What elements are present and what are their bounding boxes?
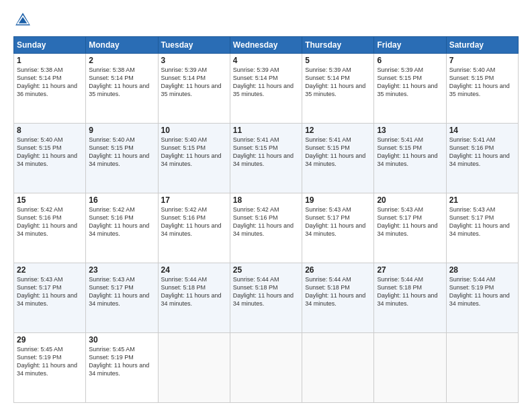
day-number: 17 xyxy=(161,195,227,205)
day-info: Sunrise: 5:41 AMSunset: 5:16 PMDaylight:… xyxy=(449,136,515,169)
calendar-header-tuesday: Tuesday xyxy=(158,37,230,54)
calendar-cell: 20 Sunrise: 5:43 AMSunset: 5:17 PMDaylig… xyxy=(374,193,446,263)
calendar-cell: 10 Sunrise: 5:40 AMSunset: 5:15 PMDaylig… xyxy=(158,124,230,193)
day-number: 1 xyxy=(17,56,83,65)
day-number: 21 xyxy=(449,195,515,205)
day-info: Sunrise: 5:39 AMSunset: 5:15 PMDaylight:… xyxy=(377,66,443,99)
day-info: Sunrise: 5:44 AMSunset: 5:18 PMDaylight:… xyxy=(305,275,371,308)
day-info: Sunrise: 5:42 AMSunset: 5:16 PMDaylight:… xyxy=(89,205,154,238)
day-number: 14 xyxy=(449,126,515,135)
calendar-cell: 28 Sunrise: 5:44 AMSunset: 5:19 PMDaylig… xyxy=(446,263,518,333)
day-info: Sunrise: 5:40 AMSunset: 5:15 PMDaylight:… xyxy=(89,136,154,169)
calendar-cell: 30 Sunrise: 5:45 AMSunset: 5:19 PMDaylig… xyxy=(86,333,158,403)
calendar-cell: 8 Sunrise: 5:40 AMSunset: 5:15 PMDayligh… xyxy=(14,124,86,193)
day-info: Sunrise: 5:43 AMSunset: 5:17 PMDaylight:… xyxy=(377,205,443,238)
calendar-cell: 25 Sunrise: 5:44 AMSunset: 5:18 PMDaylig… xyxy=(230,263,302,333)
day-number: 4 xyxy=(233,56,299,65)
calendar-header-monday: Monday xyxy=(86,37,158,54)
calendar-week-row: 8 Sunrise: 5:40 AMSunset: 5:15 PMDayligh… xyxy=(14,124,519,193)
day-number: 25 xyxy=(233,265,299,275)
day-info: Sunrise: 5:41 AMSunset: 5:15 PMDaylight:… xyxy=(305,136,371,169)
day-info: Sunrise: 5:41 AMSunset: 5:15 PMDaylight:… xyxy=(377,136,443,169)
calendar-week-row: 15 Sunrise: 5:42 AMSunset: 5:16 PMDaylig… xyxy=(14,193,519,263)
day-number: 11 xyxy=(233,126,299,135)
calendar-cell: 23 Sunrise: 5:43 AMSunset: 5:17 PMDaylig… xyxy=(86,263,158,333)
day-number: 20 xyxy=(377,195,443,205)
day-info: Sunrise: 5:40 AMSunset: 5:15 PMDaylight:… xyxy=(17,136,83,169)
calendar-cell: 13 Sunrise: 5:41 AMSunset: 5:15 PMDaylig… xyxy=(374,124,446,193)
day-number: 6 xyxy=(377,56,443,65)
day-info: Sunrise: 5:39 AMSunset: 5:14 PMDaylight:… xyxy=(305,66,371,99)
day-info: Sunrise: 5:43 AMSunset: 5:17 PMDaylight:… xyxy=(305,205,371,238)
calendar-table: SundayMondayTuesdayWednesdayThursdayFrid… xyxy=(13,36,519,403)
calendar-cell: 27 Sunrise: 5:44 AMSunset: 5:18 PMDaylig… xyxy=(374,263,446,333)
day-info: Sunrise: 5:44 AMSunset: 5:18 PMDaylight:… xyxy=(233,275,299,308)
day-info: Sunrise: 5:42 AMSunset: 5:16 PMDaylight:… xyxy=(233,205,299,238)
calendar-cell: 22 Sunrise: 5:43 AMSunset: 5:17 PMDaylig… xyxy=(14,263,86,333)
day-number: 15 xyxy=(17,195,83,205)
calendar-cell: 18 Sunrise: 5:42 AMSunset: 5:16 PMDaylig… xyxy=(230,193,302,263)
calendar-cell: 2 Sunrise: 5:38 AMSunset: 5:14 PMDayligh… xyxy=(86,54,158,124)
calendar-cell: 21 Sunrise: 5:43 AMSunset: 5:17 PMDaylig… xyxy=(446,193,518,263)
calendar-header-row: SundayMondayTuesdayWednesdayThursdayFrid… xyxy=(14,37,519,54)
calendar-cell: 26 Sunrise: 5:44 AMSunset: 5:18 PMDaylig… xyxy=(302,263,374,333)
day-number: 18 xyxy=(233,195,299,205)
calendar-header-wednesday: Wednesday xyxy=(230,37,302,54)
day-info: Sunrise: 5:43 AMSunset: 5:17 PMDaylight:… xyxy=(449,205,515,238)
calendar-header-friday: Friday xyxy=(374,37,446,54)
day-number: 8 xyxy=(17,126,83,135)
day-number: 9 xyxy=(89,126,154,135)
calendar-cell: 15 Sunrise: 5:42 AMSunset: 5:16 PMDaylig… xyxy=(14,193,86,263)
day-info: Sunrise: 5:40 AMSunset: 5:15 PMDaylight:… xyxy=(449,66,515,99)
day-info: Sunrise: 5:43 AMSunset: 5:17 PMDaylight:… xyxy=(17,275,83,308)
calendar-cell: 17 Sunrise: 5:42 AMSunset: 5:16 PMDaylig… xyxy=(158,193,230,263)
day-number: 10 xyxy=(161,126,227,135)
day-number: 7 xyxy=(449,56,515,65)
day-info: Sunrise: 5:43 AMSunset: 5:17 PMDaylight:… xyxy=(89,275,154,308)
day-info: Sunrise: 5:45 AMSunset: 5:19 PMDaylight:… xyxy=(17,345,83,378)
day-number: 2 xyxy=(89,56,154,65)
day-number: 24 xyxy=(161,265,227,275)
calendar-cell: 3 Sunrise: 5:39 AMSunset: 5:14 PMDayligh… xyxy=(158,54,230,124)
page: SundayMondayTuesdayWednesdayThursdayFrid… xyxy=(0,0,532,411)
day-info: Sunrise: 5:44 AMSunset: 5:19 PMDaylight:… xyxy=(449,275,515,308)
calendar-cell: 12 Sunrise: 5:41 AMSunset: 5:15 PMDaylig… xyxy=(302,124,374,193)
day-number: 16 xyxy=(89,195,154,205)
day-info: Sunrise: 5:38 AMSunset: 5:14 PMDaylight:… xyxy=(17,66,83,99)
day-info: Sunrise: 5:39 AMSunset: 5:14 PMDaylight:… xyxy=(161,66,227,99)
day-info: Sunrise: 5:38 AMSunset: 5:14 PMDaylight:… xyxy=(89,66,154,99)
calendar-week-row: 22 Sunrise: 5:43 AMSunset: 5:17 PMDaylig… xyxy=(14,263,519,333)
day-number: 19 xyxy=(305,195,371,205)
day-number: 13 xyxy=(377,126,443,135)
calendar-cell: 1 Sunrise: 5:38 AMSunset: 5:14 PMDayligh… xyxy=(14,54,86,124)
calendar-cell: 14 Sunrise: 5:41 AMSunset: 5:16 PMDaylig… xyxy=(446,124,518,193)
generalblue-icon xyxy=(13,11,32,30)
day-number: 23 xyxy=(89,265,154,275)
calendar-cell: 7 Sunrise: 5:40 AMSunset: 5:15 PMDayligh… xyxy=(446,54,518,124)
calendar-cell xyxy=(158,333,230,403)
calendar-week-row: 29 Sunrise: 5:45 AMSunset: 5:19 PMDaylig… xyxy=(14,333,519,403)
calendar-cell xyxy=(302,333,374,403)
calendar-cell: 6 Sunrise: 5:39 AMSunset: 5:15 PMDayligh… xyxy=(374,54,446,124)
calendar-cell: 24 Sunrise: 5:44 AMSunset: 5:18 PMDaylig… xyxy=(158,263,230,333)
day-info: Sunrise: 5:39 AMSunset: 5:14 PMDaylight:… xyxy=(233,66,299,99)
logo xyxy=(13,11,35,30)
day-info: Sunrise: 5:45 AMSunset: 5:19 PMDaylight:… xyxy=(89,345,154,378)
calendar-cell: 29 Sunrise: 5:45 AMSunset: 5:19 PMDaylig… xyxy=(14,333,86,403)
day-info: Sunrise: 5:42 AMSunset: 5:16 PMDaylight:… xyxy=(17,205,83,238)
day-number: 29 xyxy=(17,335,83,345)
day-number: 5 xyxy=(305,56,371,65)
calendar-header-thursday: Thursday xyxy=(302,37,374,54)
day-info: Sunrise: 5:41 AMSunset: 5:15 PMDaylight:… xyxy=(233,136,299,169)
calendar-header-sunday: Sunday xyxy=(14,37,86,54)
day-info: Sunrise: 5:44 AMSunset: 5:18 PMDaylight:… xyxy=(161,275,227,308)
day-number: 27 xyxy=(377,265,443,275)
calendar-cell: 4 Sunrise: 5:39 AMSunset: 5:14 PMDayligh… xyxy=(230,54,302,124)
day-number: 12 xyxy=(305,126,371,135)
calendar-cell xyxy=(230,333,302,403)
day-number: 22 xyxy=(17,265,83,275)
day-info: Sunrise: 5:44 AMSunset: 5:18 PMDaylight:… xyxy=(377,275,443,308)
day-number: 26 xyxy=(305,265,371,275)
day-number: 28 xyxy=(449,265,515,275)
calendar-header-saturday: Saturday xyxy=(446,37,518,54)
